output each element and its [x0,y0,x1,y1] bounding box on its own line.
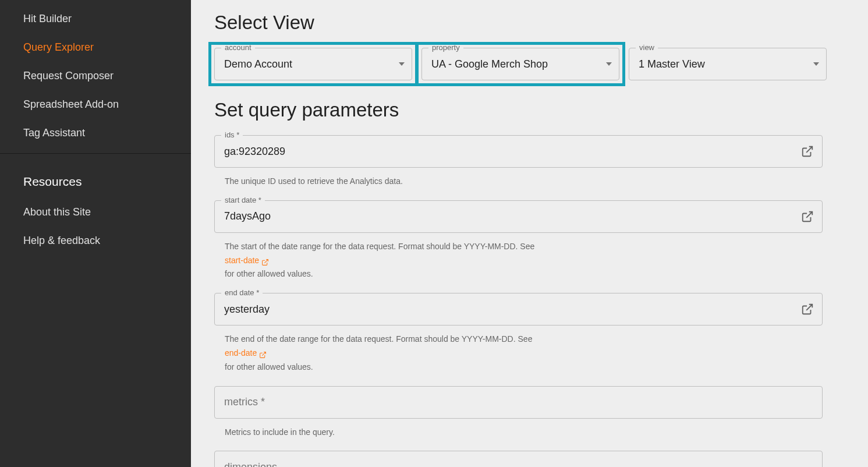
ids-label: ids * [221,130,243,139]
metrics-field: metrics * Metrics to include in the quer… [214,386,823,440]
svg-line-3 [806,305,812,310]
sidebar-item-about[interactable]: About this Site [0,198,191,227]
account-label: account [221,43,255,52]
chevron-down-icon [606,62,612,66]
dimensions-placeholder: dimensions [224,461,277,467]
start-date-link[interactable]: start-date [225,254,269,268]
property-value: UA - Google Merch Shop [431,58,548,70]
sidebar-item-spreadsheet-addon[interactable]: Spreadsheet Add-on [0,90,191,119]
sidebar-item-tag-assistant[interactable]: Tag Assistant [0,119,191,147]
chevron-down-icon [813,62,819,66]
property-select[interactable]: UA - Google Merch Shop [421,48,619,80]
resources-heading: Resources [0,165,191,198]
view-select-wrapper: view 1 Master View [629,48,827,80]
sidebar-item-help[interactable]: Help & feedback [0,227,191,255]
end-date-helper: The end of the date range for the data r… [225,332,812,374]
start-date-helper: The start of the date range for the data… [225,240,812,281]
account-select[interactable]: Demo Account [214,48,412,80]
metrics-helper: Metrics to include in the query. [225,426,812,440]
start-date-field: start date * 7daysAgo The start of the d… [214,200,823,281]
sidebar-item-request-composer[interactable]: Request Composer [0,62,191,90]
sidebar-nav: Hit Builder Query Explorer Request Compo… [0,5,191,147]
account-value: Demo Account [224,58,292,70]
ids-input[interactable]: ga:92320289 [214,135,823,168]
svg-line-2 [265,260,268,263]
property-select-wrapper: property UA - Google Merch Shop [421,48,619,80]
start-date-input[interactable]: 7daysAgo [214,200,823,233]
ids-field: ids * ga:92320289 The unique ID used to … [214,135,823,189]
open-in-new-icon[interactable] [801,303,814,316]
sidebar-resources: Resources About this Site Help & feedbac… [0,165,191,255]
ids-value: ga:92320289 [224,146,285,158]
sidebar-item-query-explorer[interactable]: Query Explorer [0,33,191,62]
view-label: view [636,43,658,52]
end-date-label: end date * [221,288,263,297]
main-content: Select View account Demo Account propert… [191,0,868,467]
ids-helper: The unique ID used to retrieve the Analy… [225,175,812,189]
view-select[interactable]: 1 Master View [629,48,827,80]
sidebar: Hit Builder Query Explorer Request Compo… [0,0,191,467]
open-in-new-icon [259,349,267,357]
view-value: 1 Master View [639,58,705,70]
end-date-field: end date * yesterday The end of the date… [214,293,823,374]
params-container: ids * ga:92320289 The unique ID used to … [214,135,823,467]
dimensions-input[interactable]: dimensions [214,451,823,467]
metrics-placeholder: metrics * [224,396,265,408]
chevron-down-icon [399,62,405,66]
end-date-link[interactable]: end-date [225,346,267,360]
select-view-row: account Demo Account property UA - Googl… [214,48,845,80]
sidebar-divider [0,153,191,154]
end-date-value: yesterday [224,303,270,316]
svg-line-0 [806,147,812,153]
account-select-wrapper: account Demo Account [214,48,412,80]
start-date-value: 7daysAgo [224,210,271,222]
params-title: Set query parameters [214,99,845,121]
start-date-label: start date * [221,196,265,204]
svg-line-4 [263,352,266,356]
open-in-new-icon [261,257,269,264]
end-date-input[interactable]: yesterday [214,293,823,326]
dimensions-field: dimensions Dimensions to include in the … [214,451,823,467]
select-view-title: Select View [214,12,845,34]
property-label: property [428,43,463,52]
svg-line-1 [806,212,812,218]
open-in-new-icon[interactable] [801,210,814,223]
sidebar-item-hit-builder[interactable]: Hit Builder [0,5,191,33]
open-in-new-icon[interactable] [801,145,814,158]
metrics-input[interactable]: metrics * [214,386,823,419]
